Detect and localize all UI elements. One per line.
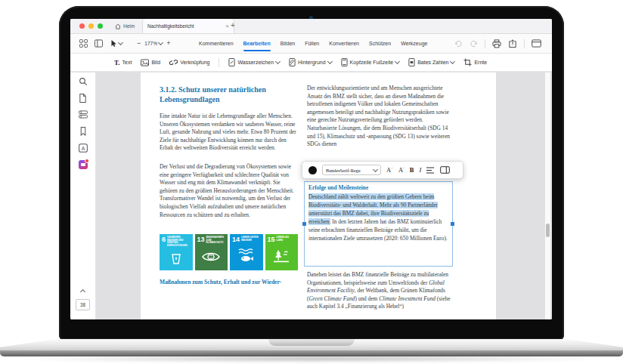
notification-dot xyxy=(85,159,89,163)
close-tab-icon[interactable]: × xyxy=(225,23,229,29)
tab-home-label: Heim xyxy=(123,23,135,29)
tool-image-label: Bild xyxy=(151,60,160,65)
sdg-number: 6 xyxy=(162,236,166,243)
main-area: A 38 xyxy=(70,72,552,319)
plus-sup: + xyxy=(391,166,393,170)
resize-handle-right[interactable] xyxy=(451,222,454,226)
tool-image[interactable]: Bild xyxy=(141,59,160,66)
organize-pages-icon xyxy=(79,110,88,119)
tool-watermark-label: Wasserzeichen xyxy=(237,60,274,65)
align-text-icon[interactable] xyxy=(426,167,435,174)
fish-waves-icon xyxy=(237,248,256,263)
tool-link-label: Verknüpfung xyxy=(180,60,209,65)
sdg-tile-15: 15Leben an Land xyxy=(265,234,299,270)
textbox-heading: Erfolge und Meilensteine xyxy=(308,184,448,193)
new-tab-button[interactable]: + xyxy=(231,21,235,29)
increase-font-button[interactable]: A+ xyxy=(386,167,393,174)
tool-link[interactable]: Verknüpfung xyxy=(169,58,209,66)
font-color-swatch[interactable] xyxy=(308,166,317,174)
sdg-label: Massnahmen zum Klimaschutz xyxy=(206,236,225,245)
page-number-indicator[interactable]: 38 xyxy=(76,299,90,310)
tool-background-label: Hintergrund xyxy=(298,60,326,65)
font-family-select[interactable]: BundesSerif-Regu xyxy=(322,165,381,175)
sdg-label: Leben an Land xyxy=(277,236,296,242)
tool-crop[interactable]: Ernte xyxy=(463,58,487,66)
crop-icon xyxy=(463,58,472,66)
scrollbar-track[interactable] xyxy=(545,72,550,319)
menu-bearbeiten[interactable]: Bearbeiten xyxy=(243,41,271,46)
share-icon[interactable] xyxy=(508,39,517,48)
redo-icon[interactable] xyxy=(470,40,478,48)
zoom-level[interactable]: 177% xyxy=(144,41,163,46)
sdg-tile-14: 14Leben unter Wasser xyxy=(230,234,263,270)
page-thumbnails-button[interactable] xyxy=(78,93,88,103)
all-tools-icon[interactable] xyxy=(79,39,88,48)
text-run-italic: Climate Investment Fund xyxy=(379,295,435,302)
ai-assistant-icon xyxy=(79,160,88,169)
tool-header-footer[interactable]: Kopfzeile Fußzeile xyxy=(341,58,400,66)
tab-home[interactable]: Heim xyxy=(115,23,135,29)
annotations-button[interactable]: A xyxy=(78,143,88,153)
collapse-rail-button[interactable] xyxy=(78,286,88,296)
bookmarks-button[interactable] xyxy=(78,126,88,136)
tool-watermark[interactable]: Wasserzeichen xyxy=(228,58,280,66)
print-icon[interactable] xyxy=(492,39,501,48)
divider xyxy=(219,58,219,67)
menubar: − 177% + Kommentieren Bearbeiten Bilden … xyxy=(70,34,552,54)
mode-menu: Kommentieren Bearbeiten Bilden Füllen Ko… xyxy=(199,34,427,53)
chevron-down-icon xyxy=(275,59,281,64)
titlebar: Heim Nachhaltigkeitsbericht × + xyxy=(70,19,552,34)
tool-text[interactable]: T. Text xyxy=(114,59,132,66)
sdg-tile-row: 6Sauberes Wasser und Sanitär-Einrichtung… xyxy=(160,234,298,270)
page-icon xyxy=(79,94,87,103)
organize-pages-button[interactable] xyxy=(78,110,88,119)
zoom-level-value: 177% xyxy=(144,41,157,46)
tool-background[interactable]: Hintergrund xyxy=(289,58,332,66)
link-icon xyxy=(169,58,178,66)
resize-handle-left[interactable] xyxy=(302,222,306,226)
italic-button[interactable]: I xyxy=(419,167,421,174)
tool-crop-label: Ernte xyxy=(474,60,487,65)
more-format-options-icon[interactable] xyxy=(440,166,450,174)
zoom-in-button[interactable]: + xyxy=(166,40,170,47)
side-panel-icon[interactable] xyxy=(95,39,103,48)
laptop-screen: Heim Nachhaltigkeitsbericht × + xyxy=(59,6,564,340)
zoom-window-button[interactable] xyxy=(98,23,103,29)
bookmark-icon xyxy=(79,127,87,136)
pdf-editor-window: Heim Nachhaltigkeitsbericht × + xyxy=(70,19,552,319)
menu-bilden[interactable]: Bilden xyxy=(281,41,295,46)
undo-icon[interactable] xyxy=(454,40,463,48)
tab-document[interactable]: Nachhaltigkeitsbericht × xyxy=(142,19,234,33)
view-tools-group: − 177% + xyxy=(79,34,170,53)
menu-kommentieren[interactable]: Kommentieren xyxy=(199,41,234,46)
tool-header-footer-label: Kopfzeile Fußzeile xyxy=(350,60,394,65)
paragraph: Der Verlust und die Degradierung von Öko… xyxy=(160,163,298,219)
tool-text-label: Text xyxy=(122,60,132,65)
eye-globe-icon xyxy=(202,251,220,263)
menu-konvertieren[interactable]: Konvertieren xyxy=(329,41,359,46)
svg-text:A: A xyxy=(81,145,85,150)
zoom-out-button[interactable]: − xyxy=(137,40,141,47)
floating-format-toolbar: BundesSerif-Regu A+ A- B I xyxy=(302,161,463,179)
select-tool[interactable] xyxy=(110,39,122,48)
menu-fuellen[interactable]: Füllen xyxy=(305,41,319,46)
image-icon xyxy=(141,59,149,66)
chevron-down-icon xyxy=(395,59,400,64)
doc-right-column: Der entwicklungsorientierte und am Mensc… xyxy=(307,85,454,149)
bold-button[interactable]: B xyxy=(410,167,414,174)
menu-werkzeuge[interactable]: Werkzeuge xyxy=(401,41,427,46)
minimize-window-button[interactable] xyxy=(88,23,94,29)
ai-assistant-button[interactable] xyxy=(78,159,88,169)
scrollbar-thumb[interactable] xyxy=(546,224,550,237)
chevron-down-icon xyxy=(450,59,455,64)
menu-schuetzen[interactable]: Schützen xyxy=(369,41,391,46)
decrease-font-button[interactable]: A- xyxy=(398,167,404,174)
properties-panel-icon[interactable] xyxy=(532,39,541,48)
watermark-page-icon xyxy=(228,58,235,66)
editable-text-box[interactable]: Erfolge und Meilensteine Deutschland zäh… xyxy=(304,181,453,267)
navigation-rail: A 38 xyxy=(70,72,96,319)
search-button[interactable] xyxy=(78,76,88,86)
tool-bates[interactable]: Bates Zahlen xyxy=(408,58,454,66)
close-window-button[interactable] xyxy=(79,23,85,29)
textbox-body: Deutschland zählt weltweit zu den größte… xyxy=(308,193,448,242)
